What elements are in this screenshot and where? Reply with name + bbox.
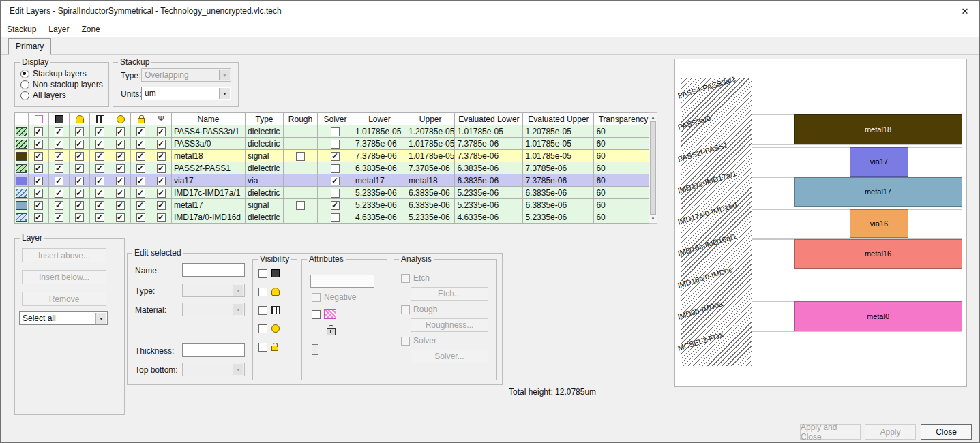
black-bars-column-header[interactable] [90, 113, 110, 125]
layer-visibility-checkbox[interactable] [136, 177, 145, 185]
layer-visibility-checkbox[interactable] [95, 213, 104, 222]
layer-visibility-checkbox[interactable] [55, 189, 63, 198]
column-header-transparency[interactable]: Transparency [594, 113, 653, 125]
layer-visibility-checkbox[interactable] [34, 189, 43, 198]
rough-checkbox[interactable] [296, 152, 305, 161]
layer-visibility-checkbox[interactable] [55, 140, 63, 149]
layer-visibility-checkbox[interactable] [116, 140, 125, 149]
column-header-evaluated-upper[interactable]: Evaluated Upper [523, 113, 594, 125]
solver-checkbox[interactable] [331, 164, 340, 173]
solver-checkbox[interactable] [331, 140, 340, 149]
layer-visibility-checkbox[interactable] [116, 152, 125, 161]
layer-visibility-checkbox[interactable] [157, 127, 166, 136]
layer-visibility-checkbox[interactable] [75, 164, 84, 173]
select-all-select[interactable]: Select all [19, 311, 108, 325]
transparency-slider[interactable] [310, 344, 362, 355]
column-header-evaluated-lower[interactable]: Evaluated Lower [455, 113, 523, 125]
visibility-checkbox[interactable] [258, 343, 267, 352]
layer-visibility-checkbox[interactable] [157, 140, 166, 149]
layer-visibility-checkbox[interactable] [75, 140, 84, 149]
visibility-checkbox[interactable] [258, 324, 267, 333]
yellow-lamp-column-header[interactable] [70, 113, 90, 125]
layer-visibility-checkbox[interactable] [157, 213, 166, 222]
preview-bar-metal0[interactable]: metal0 [794, 301, 962, 331]
menu-layer[interactable]: Layer [42, 22, 75, 36]
scroll-thumb[interactable] [650, 121, 656, 215]
layer-visibility-checkbox[interactable] [34, 152, 43, 161]
preview-bar-metal18[interactable]: metal18 [794, 114, 962, 144]
layer-visibility-checkbox[interactable] [95, 177, 104, 185]
layer-visibility-checkbox[interactable] [55, 177, 63, 185]
layer-visibility-checkbox[interactable] [116, 213, 125, 222]
layer-visibility-checkbox[interactable] [116, 127, 125, 136]
layer-visibility-checkbox[interactable] [95, 189, 104, 198]
solver-checkbox[interactable] [331, 152, 340, 161]
layer-visibility-checkbox[interactable] [75, 189, 84, 198]
layer-visibility-checkbox[interactable] [34, 140, 43, 149]
layer-visibility-checkbox[interactable] [95, 152, 104, 161]
tab-primary[interactable]: Primary [8, 38, 51, 55]
layer-visibility-checkbox[interactable] [95, 164, 104, 173]
layer-visibility-checkbox[interactable] [157, 201, 166, 210]
layer-visibility-checkbox[interactable] [136, 213, 145, 222]
visibility-checkbox[interactable] [258, 288, 267, 296]
layer-row-PASS4-PASS3a/1[interactable]: PASS4-PASS3a/1dielectric1.01785e-051.207… [15, 125, 653, 138]
layer-visibility-checkbox[interactable] [157, 164, 166, 173]
column-header-type[interactable]: Type [246, 113, 284, 125]
radio-non-stackup-layers[interactable]: Non-stackup layers [20, 79, 106, 90]
layer-visibility-checkbox[interactable] [136, 164, 145, 173]
layer-visibility-checkbox[interactable] [136, 152, 145, 161]
solver-checkbox[interactable] [331, 177, 340, 185]
layer-visibility-checkbox[interactable] [34, 213, 43, 222]
layer-visibility-checkbox[interactable] [34, 127, 43, 136]
layer-visibility-checkbox[interactable] [75, 213, 84, 222]
units-select[interactable]: um [141, 87, 231, 100]
layer-visibility-checkbox[interactable] [116, 189, 125, 198]
black-square-column-header[interactable] [49, 113, 70, 125]
yellow-circle-column-header[interactable] [110, 113, 131, 125]
layer-visibility-checkbox[interactable] [157, 189, 166, 198]
menu-zone[interactable]: Zone [75, 22, 106, 36]
thickness-input[interactable] [182, 343, 245, 357]
layer-row-PASS3a/0[interactable]: PASS3a/0dielectric7.3785e-061.01785e-057… [15, 138, 653, 150]
net-tree-column-header[interactable] [151, 113, 172, 125]
column-header-solver[interactable]: Solver [318, 113, 353, 125]
layer-visibility-checkbox[interactable] [55, 201, 63, 210]
layer-visibility-checkbox[interactable] [136, 140, 145, 149]
layer-visibility-checkbox[interactable] [55, 152, 63, 161]
layer-visibility-checkbox[interactable] [55, 164, 63, 173]
solver-checkbox[interactable] [331, 189, 340, 198]
layer-visibility-checkbox[interactable] [75, 201, 84, 210]
layer-row-IMD17c-IMD17a/1[interactable]: IMD17c-IMD17a/1dielectric5.2335e-066.383… [15, 187, 653, 199]
column-header-upper[interactable]: Upper [406, 113, 455, 125]
column-header-rough[interactable]: Rough [284, 113, 318, 125]
preview-bar-metal17[interactable]: metal17 [794, 177, 962, 207]
layer-row-metal18[interactable]: metal18signal7.3785e-061.01785e-057.3785… [15, 150, 653, 162]
layer-row-metal17[interactable]: metal17signal5.2335e-066.3835e-065.2335e… [15, 199, 653, 211]
rough-checkbox[interactable] [296, 201, 305, 210]
yellow-lock-column-header[interactable] [131, 113, 151, 125]
radio-stackup-layers[interactable]: Stackup layers [20, 68, 106, 79]
layer-visibility-checkbox[interactable] [136, 201, 145, 210]
layer-visibility-checkbox[interactable] [34, 164, 43, 173]
layer-visibility-checkbox[interactable] [75, 127, 84, 136]
layer-visibility-checkbox[interactable] [34, 201, 43, 210]
layer-row-IMD17a/0-IMD16d[interactable]: IMD17a/0-IMD16ddielectric4.6335e-065.233… [15, 211, 653, 224]
column-header-name[interactable]: Name [172, 113, 246, 125]
visibility-checkbox[interactable] [258, 306, 267, 315]
close-icon[interactable] [951, 1, 979, 21]
visibility-checkbox[interactable] [258, 269, 267, 278]
layer-visibility-checkbox[interactable] [95, 201, 104, 210]
menu-stackup[interactable]: Stackup [1, 22, 42, 36]
layer-visibility-checkbox[interactable] [75, 152, 84, 161]
layer-row-PASS2f-PASS1[interactable]: PASS2f-PASS1dielectric6.3835e-067.3785e-… [15, 162, 653, 174]
solver-checkbox[interactable] [331, 213, 340, 222]
pattern-checkbox[interactable] [312, 310, 321, 319]
solver-checkbox[interactable] [331, 201, 340, 210]
layer-visibility-checkbox[interactable] [157, 152, 166, 161]
layer-row-via17[interactable]: via17viametal17metal186.3835e-067.3785e-… [15, 174, 653, 187]
layer-visibility-checkbox[interactable] [55, 213, 63, 222]
layer-visibility-checkbox[interactable] [95, 127, 104, 136]
scroll-down-icon[interactable] [649, 215, 657, 223]
layer-visibility-checkbox[interactable] [136, 189, 145, 198]
